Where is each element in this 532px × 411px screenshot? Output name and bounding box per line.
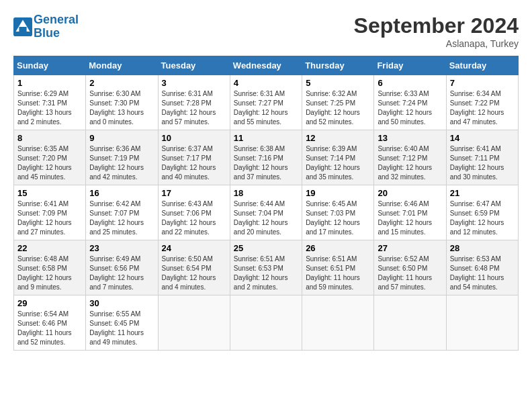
- table-cell: 16 Sunrise: 6:42 AMSunset: 7:07 PMDaylig…: [86, 185, 158, 240]
- table-cell: 29 Sunrise: 6:54 AMSunset: 6:46 PMDaylig…: [14, 295, 86, 351]
- day-info: Sunrise: 6:36 AMSunset: 7:19 PMDaylight:…: [89, 144, 154, 182]
- table-cell: 18 Sunrise: 6:44 AMSunset: 7:04 PMDaylig…: [230, 185, 302, 240]
- day-number: 13: [378, 133, 442, 143]
- day-number: 19: [306, 188, 370, 198]
- table-cell: 12 Sunrise: 6:39 AMSunset: 7:14 PMDaylig…: [302, 130, 374, 185]
- header-sunday: Sunday: [14, 56, 86, 75]
- day-number: 1: [17, 78, 82, 88]
- day-number: 7: [450, 78, 515, 88]
- table-cell: 26 Sunrise: 6:51 AMSunset: 6:51 PMDaylig…: [302, 240, 374, 295]
- day-info: Sunrise: 6:53 AMSunset: 6:48 PMDaylight:…: [450, 255, 515, 292]
- table-cell: 25 Sunrise: 6:51 AMSunset: 6:53 PMDaylig…: [230, 240, 302, 295]
- table-cell: 28 Sunrise: 6:53 AMSunset: 6:48 PMDaylig…: [446, 240, 518, 295]
- header-tuesday: Tuesday: [158, 56, 230, 75]
- table-cell: 24 Sunrise: 6:50 AMSunset: 6:54 PMDaylig…: [158, 240, 230, 295]
- table-cell: 11 Sunrise: 6:38 AMSunset: 7:16 PMDaylig…: [230, 130, 302, 185]
- day-number: 14: [450, 133, 515, 143]
- day-info: Sunrise: 6:45 AMSunset: 7:03 PMDaylight:…: [306, 199, 370, 237]
- table-cell: 13 Sunrise: 6:40 AMSunset: 7:12 PMDaylig…: [374, 130, 446, 185]
- day-info: Sunrise: 6:41 AMSunset: 7:11 PMDaylight:…: [450, 144, 515, 182]
- logo: General Blue: [13, 13, 79, 40]
- table-cell: 8 Sunrise: 6:35 AMSunset: 7:20 PMDayligh…: [14, 130, 86, 185]
- day-number: 22: [17, 243, 82, 253]
- day-info: Sunrise: 6:52 AMSunset: 6:50 PMDaylight:…: [378, 255, 442, 292]
- day-info: Sunrise: 6:54 AMSunset: 6:46 PMDaylight:…: [17, 310, 82, 347]
- table-cell: 1 Sunrise: 6:29 AMSunset: 7:31 PMDayligh…: [14, 75, 86, 130]
- day-info: Sunrise: 6:49 AMSunset: 6:56 PMDaylight:…: [89, 255, 154, 292]
- day-number: 10: [162, 133, 226, 143]
- day-number: 6: [378, 78, 442, 88]
- table-cell: [302, 295, 374, 351]
- table-cell: [446, 295, 518, 351]
- header-row: Sunday Monday Tuesday Wednesday Thursday…: [14, 56, 519, 75]
- table-cell: 9 Sunrise: 6:36 AMSunset: 7:19 PMDayligh…: [86, 130, 158, 185]
- day-number: 11: [234, 133, 298, 143]
- day-number: 24: [162, 243, 226, 253]
- day-number: 21: [450, 188, 515, 198]
- day-info: Sunrise: 6:34 AMSunset: 7:22 PMDaylight:…: [450, 89, 515, 127]
- day-info: Sunrise: 6:40 AMSunset: 7:12 PMDaylight:…: [378, 144, 442, 182]
- title-block: September 2024 Aslanapa, Turkey: [354, 13, 519, 49]
- table-cell: 2 Sunrise: 6:30 AMSunset: 7:30 PMDayligh…: [86, 75, 158, 130]
- table-cell: 21 Sunrise: 6:47 AMSunset: 6:59 PMDaylig…: [446, 185, 518, 240]
- svg-rect-2: [19, 27, 26, 32]
- day-number: 25: [234, 243, 298, 253]
- table-cell: 23 Sunrise: 6:49 AMSunset: 6:56 PMDaylig…: [86, 240, 158, 295]
- table-cell: 3 Sunrise: 6:31 AMSunset: 7:28 PMDayligh…: [158, 75, 230, 130]
- day-info: Sunrise: 6:42 AMSunset: 7:07 PMDaylight:…: [89, 199, 154, 237]
- logo-text: General Blue: [34, 13, 79, 40]
- table-cell: 14 Sunrise: 6:41 AMSunset: 7:11 PMDaylig…: [446, 130, 518, 185]
- day-info: Sunrise: 6:31 AMSunset: 7:28 PMDaylight:…: [162, 89, 226, 127]
- day-info: Sunrise: 6:47 AMSunset: 6:59 PMDaylight:…: [450, 199, 515, 237]
- calendar-table: Sunday Monday Tuesday Wednesday Thursday…: [13, 56, 519, 351]
- header-wednesday: Wednesday: [230, 56, 302, 75]
- day-info: Sunrise: 6:29 AMSunset: 7:31 PMDaylight:…: [17, 89, 82, 127]
- table-cell: [374, 295, 446, 351]
- day-info: Sunrise: 6:31 AMSunset: 7:27 PMDaylight:…: [234, 89, 298, 127]
- table-cell: 10 Sunrise: 6:37 AMSunset: 7:17 PMDaylig…: [158, 130, 230, 185]
- calendar-row: 15 Sunrise: 6:41 AMSunset: 7:09 PMDaylig…: [14, 185, 519, 240]
- page-header: General Blue September 2024 Aslanapa, Tu…: [13, 13, 519, 49]
- day-number: 27: [378, 243, 442, 253]
- calendar-row: 8 Sunrise: 6:35 AMSunset: 7:20 PMDayligh…: [14, 130, 519, 185]
- day-info: Sunrise: 6:50 AMSunset: 6:54 PMDaylight:…: [162, 255, 226, 292]
- day-number: 9: [89, 133, 154, 143]
- table-cell: 4 Sunrise: 6:31 AMSunset: 7:27 PMDayligh…: [230, 75, 302, 130]
- calendar-row: 22 Sunrise: 6:48 AMSunset: 6:58 PMDaylig…: [14, 240, 519, 295]
- day-info: Sunrise: 6:51 AMSunset: 6:53 PMDaylight:…: [234, 255, 298, 292]
- day-number: 12: [306, 133, 370, 143]
- header-friday: Friday: [374, 56, 446, 75]
- day-info: Sunrise: 6:48 AMSunset: 6:58 PMDaylight:…: [17, 255, 82, 292]
- month-title: September 2024: [354, 13, 519, 38]
- day-number: 17: [162, 188, 226, 198]
- table-cell: 17 Sunrise: 6:43 AMSunset: 7:06 PMDaylig…: [158, 185, 230, 240]
- header-saturday: Saturday: [446, 56, 518, 75]
- logo-icon: [13, 17, 32, 36]
- day-number: 5: [306, 78, 370, 88]
- header-thursday: Thursday: [302, 56, 374, 75]
- table-cell: 7 Sunrise: 6:34 AMSunset: 7:22 PMDayligh…: [446, 75, 518, 130]
- day-number: 29: [17, 298, 82, 308]
- calendar-row: 1 Sunrise: 6:29 AMSunset: 7:31 PMDayligh…: [14, 75, 519, 130]
- day-number: 23: [89, 243, 154, 253]
- table-cell: [230, 295, 302, 351]
- day-info: Sunrise: 6:41 AMSunset: 7:09 PMDaylight:…: [17, 199, 82, 237]
- location-subtitle: Aslanapa, Turkey: [354, 38, 519, 49]
- day-number: 3: [162, 78, 226, 88]
- table-cell: 27 Sunrise: 6:52 AMSunset: 6:50 PMDaylig…: [374, 240, 446, 295]
- table-cell: 22 Sunrise: 6:48 AMSunset: 6:58 PMDaylig…: [14, 240, 86, 295]
- day-number: 2: [89, 78, 154, 88]
- day-number: 15: [17, 188, 82, 198]
- day-number: 28: [450, 243, 515, 253]
- table-cell: 20 Sunrise: 6:46 AMSunset: 7:01 PMDaylig…: [374, 185, 446, 240]
- header-monday: Monday: [86, 56, 158, 75]
- day-number: 20: [378, 188, 442, 198]
- calendar-row: 29 Sunrise: 6:54 AMSunset: 6:46 PMDaylig…: [14, 295, 519, 351]
- table-cell: 5 Sunrise: 6:32 AMSunset: 7:25 PMDayligh…: [302, 75, 374, 130]
- table-cell: 6 Sunrise: 6:33 AMSunset: 7:24 PMDayligh…: [374, 75, 446, 130]
- day-info: Sunrise: 6:30 AMSunset: 7:30 PMDaylight:…: [89, 89, 154, 127]
- day-info: Sunrise: 6:51 AMSunset: 6:51 PMDaylight:…: [306, 255, 370, 292]
- day-info: Sunrise: 6:44 AMSunset: 7:04 PMDaylight:…: [234, 199, 298, 237]
- day-info: Sunrise: 6:55 AMSunset: 6:45 PMDaylight:…: [89, 310, 154, 347]
- day-number: 8: [17, 133, 82, 143]
